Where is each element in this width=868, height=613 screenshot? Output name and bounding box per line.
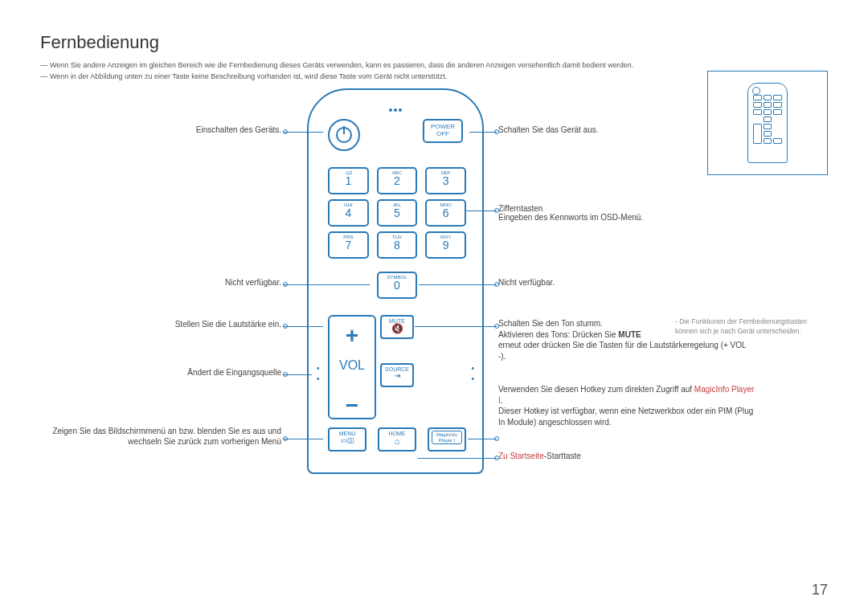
source-button: SOURCE ⇥ bbox=[380, 363, 414, 387]
key-3: DEF3 bbox=[425, 167, 466, 194]
label-source: Ändert die Eingangsquelle bbox=[40, 368, 281, 377]
label-power-on: Einschalten des Geräts. bbox=[40, 125, 281, 134]
volume-rocker: + VOL − bbox=[328, 315, 376, 419]
home-button: HOME ⌂ bbox=[378, 427, 416, 452]
key-6: MNO6 bbox=[425, 199, 466, 227]
label-na-left: Nicht verfügbar. bbox=[40, 278, 281, 287]
remote-body: POWER OFF .QZ1 ABC2 DEF3 GHI4 JKL5 MNO6 … bbox=[307, 88, 484, 474]
volume-minus-icon: − bbox=[330, 400, 375, 411]
key-7: PRS7 bbox=[328, 231, 369, 259]
source-icon: ⇥ bbox=[382, 372, 412, 380]
key-5: JKL5 bbox=[377, 199, 418, 227]
numeric-keypad: .QZ1 ABC2 DEF3 GHI4 JKL5 MNO6 PRS7 TUV8 … bbox=[328, 167, 466, 259]
mute-button: MUTE 🔇 bbox=[380, 315, 414, 339]
dot-decor-right: •• bbox=[471, 363, 474, 384]
key-9: WXY9 bbox=[425, 231, 466, 259]
key-1: .QZ1 bbox=[328, 167, 369, 194]
label-magicinfo: Verwenden Sie diesen Hotkey zum direkten… bbox=[498, 384, 755, 427]
mute-icon: 🔇 bbox=[382, 324, 412, 333]
dot-decor-left: •• bbox=[317, 363, 320, 384]
key-2: ABC2 bbox=[377, 167, 418, 194]
menu-button: MENU ▭▯▯ bbox=[328, 427, 366, 452]
key-4: GHI4 bbox=[328, 199, 369, 227]
label-home: Zu Startseite-Starttaste bbox=[498, 452, 739, 460]
magicinfo-button: MagicInfo Player I bbox=[428, 427, 466, 452]
volume-label: VOL bbox=[330, 358, 375, 373]
key-8: TUV8 bbox=[377, 231, 418, 259]
menu-icon: ▭▯▯ bbox=[330, 436, 365, 444]
label-numkeys: Zifferntasten Eingeben des Kennworts im … bbox=[498, 204, 739, 222]
label-volume: Stellen Sie die Lautstärke ein. bbox=[40, 320, 281, 329]
label-power-off: Schalten Sie das Gerät aus. bbox=[498, 125, 739, 134]
page-number: 17 bbox=[812, 582, 828, 599]
remote-thumbnail bbox=[707, 71, 828, 175]
label-menu: Zeigen Sie das Bildschirmmenü an bzw. bl… bbox=[40, 426, 281, 447]
side-note: Die Funktionen der Fernbedienungstasten … bbox=[675, 317, 828, 337]
label-na-right: Nicht verfügbar. bbox=[498, 278, 739, 287]
power-icon bbox=[336, 127, 352, 143]
key-0: SYMBOL0 bbox=[377, 272, 417, 299]
note-1: Wenn Sie andere Anzeigen im gleichen Ber… bbox=[40, 61, 828, 69]
power-on-button bbox=[328, 119, 360, 151]
home-icon: ⌂ bbox=[379, 436, 415, 446]
volume-plus-icon: + bbox=[330, 323, 375, 349]
page-title: Fernbedienung bbox=[40, 32, 828, 53]
power-off-button: POWER OFF bbox=[423, 119, 463, 143]
ir-led-icon bbox=[387, 104, 403, 113]
